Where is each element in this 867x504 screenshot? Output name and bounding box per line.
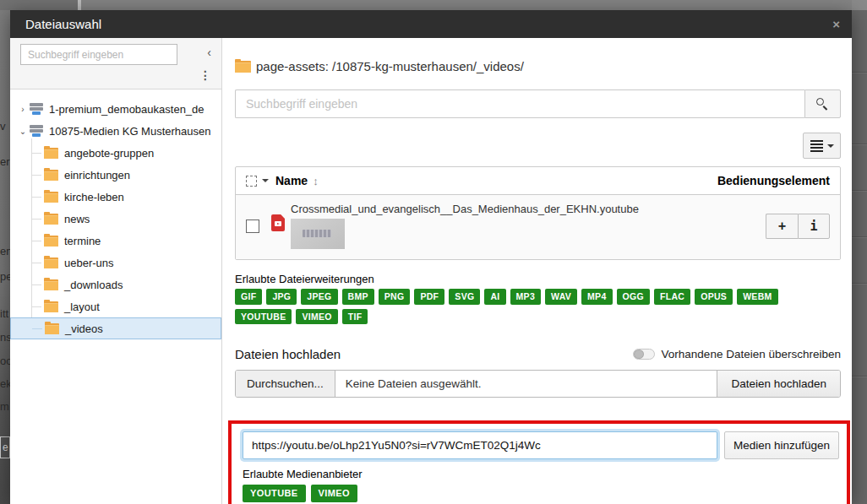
select-all-checkbox[interactable]	[246, 176, 257, 187]
background-text-fragment: m	[0, 400, 9, 413]
extension-badge: PDF	[414, 289, 444, 305]
folder-label: _downloads	[64, 279, 123, 291]
extension-badge: VIMEO	[296, 309, 337, 325]
file-upload-group: Durchsuchen... Keine Dateien ausgewählt.…	[235, 370, 841, 398]
folder-icon	[44, 192, 58, 203]
upload-section-heading: Dateien hochladen	[235, 347, 341, 361]
dialog-header: Dateiauswahl ×	[10, 10, 852, 38]
sidebar-folder-einrichtungen[interactable]: einrichtungen	[10, 164, 221, 186]
sidebar-folder-angebote-gruppen[interactable]: angebote-gruppen	[10, 142, 221, 164]
background-text-fragment: v	[0, 120, 6, 133]
file-name[interactable]: Crossmedial_und_evangelisch__Das_Medienh…	[291, 203, 639, 215]
chevron-right-icon[interactable]: ›	[17, 105, 29, 114]
breadcrumb: page-assets: /10875-kg-musterhausen/_vid…	[235, 59, 841, 73]
extension-badge: TIF	[342, 309, 368, 325]
sidebar-root-medien-kg-musterhausen[interactable]: ⌄ 10875-Medien KG Musterhausen	[10, 120, 221, 142]
file-selection-dialog: Dateiauswahl × ‹ ⋮ › 1-premium_demobauka…	[10, 10, 852, 504]
folder-label: news	[64, 213, 90, 225]
collapse-sidebar-icon[interactable]: ‹	[207, 46, 211, 58]
extension-badge: OPUS	[695, 289, 733, 305]
file-browser-main: page-assets: /10875-kg-musterhausen/_vid…	[222, 38, 852, 504]
folder-icon	[44, 301, 58, 312]
search-icon	[816, 98, 829, 111]
storage-icon	[29, 103, 44, 115]
list-view-icon	[810, 140, 823, 152]
extension-badge: FLAC	[654, 289, 690, 305]
background-left-strip: v er en per itt ns oo ek m e	[0, 10, 10, 504]
selection-dropdown-icon[interactable]	[262, 179, 269, 182]
sidebar-folder-news[interactable]: news	[10, 208, 221, 230]
extension-badge: OGG	[617, 289, 650, 305]
close-icon[interactable]: ×	[832, 18, 840, 30]
tree-search-input[interactable]	[20, 44, 177, 65]
background-top-strip	[0, 0, 867, 10]
annotation-highlight-box: Medien hinzufügen Erlaubte Medienanbiete…	[228, 420, 850, 504]
chevron-down-icon[interactable]: ⌄	[17, 127, 29, 136]
tree-menu-icon[interactable]: ⋮	[199, 68, 211, 82]
folder-icon	[44, 236, 58, 247]
sidebar-folder-ueber-uns[interactable]: ueber-uns	[10, 252, 221, 274]
sidebar-folder-videos-selected[interactable]: _videos	[10, 317, 221, 339]
file-info-button[interactable]: i	[798, 214, 830, 239]
current-path-label: page-assets: /10875-kg-musterhausen/_vid…	[256, 59, 524, 73]
extension-badge: JPG	[266, 289, 297, 305]
allowed-media-providers-list: YOUTUBE VIMEO	[243, 485, 839, 502]
search-button[interactable]	[804, 89, 841, 118]
extension-badge: JPEG	[301, 289, 337, 305]
extension-badge: WAV	[545, 289, 577, 305]
extension-badge: SVG	[449, 289, 480, 305]
folder-label: kirche-leben	[64, 191, 124, 203]
folder-icon	[44, 257, 58, 268]
background-text-fragment: ek	[0, 377, 10, 390]
sidebar-folder-termine[interactable]: termine	[10, 230, 221, 252]
provider-badge-youtube: YOUTUBE	[243, 485, 306, 502]
sidebar-folder-layout[interactable]: _layout	[10, 295, 221, 317]
row-checkbox[interactable]	[246, 219, 259, 233]
folder-label: _videos	[65, 322, 103, 335]
provider-badge-vimeo: VIMEO	[311, 485, 357, 502]
file-search-input[interactable]	[235, 89, 804, 118]
background-text-fragment: e	[0, 436, 10, 458]
sort-icon[interactable]: ↕	[313, 175, 319, 187]
background-text-fragment: er	[0, 155, 10, 168]
storage-icon	[29, 125, 44, 137]
folder-icon	[235, 61, 249, 73]
column-header-name[interactable]: Name	[275, 174, 308, 187]
browse-files-button[interactable]: Durchsuchen...	[236, 371, 335, 397]
sidebar-folder-downloads[interactable]: _downloads	[10, 274, 221, 295]
view-mode-dropdown-button[interactable]	[803, 133, 841, 159]
background-right-strip	[852, 0, 867, 504]
dialog-title: Dateiauswahl	[25, 17, 101, 31]
background-text-fragment: per	[0, 270, 10, 283]
add-file-button[interactable]: +	[766, 214, 798, 239]
extension-badge: YOUTUBE	[235, 309, 292, 325]
background-text-fragment: en	[0, 245, 10, 257]
folder-label: ueber-uns	[64, 257, 114, 269]
upload-files-button[interactable]: Dateien hochladen	[717, 371, 840, 397]
folder-label: termine	[64, 235, 101, 247]
folder-label: angebote-gruppen	[64, 147, 154, 160]
allowed-media-providers-label: Erlaubte Medienanbieter	[243, 468, 839, 480]
sidebar-root-premium-demobaukasten[interactable]: › 1-premium_demobaukasten_de	[10, 98, 221, 120]
table-row[interactable]: Crossmedial_und_evangelisch__Das_Medienh…	[236, 195, 840, 259]
background-text-fragment: itt	[0, 307, 8, 320]
allowed-extensions-list: GIF JPG JPEG BMP PNG PDF SVG AI MP3 WAV …	[235, 289, 826, 324]
extension-badge: AI	[484, 289, 505, 305]
add-media-button[interactable]: Medien hinzufügen	[724, 431, 839, 459]
folder-icon	[45, 323, 59, 334]
background-text-fragment: ns	[0, 331, 10, 344]
tree-root-label: 1-premium_demobaukasten_de	[49, 103, 204, 116]
folder-icon	[44, 148, 58, 159]
folder-icon	[44, 170, 58, 181]
folder-icon	[44, 279, 58, 290]
tree-root-label: 10875-Medien KG Musterhausen	[49, 125, 211, 138]
media-url-input[interactable]	[243, 431, 717, 459]
extension-badge: GIF	[235, 289, 262, 305]
file-thumbnail[interactable]	[291, 219, 345, 249]
file-table: Name ↕ Bedienungselement Crossmedial_und…	[235, 166, 841, 260]
folder-icon	[44, 214, 58, 225]
table-header-row: Name ↕ Bedienungselement	[236, 167, 840, 195]
caret-down-icon	[827, 144, 834, 148]
sidebar-folder-kirche-leben[interactable]: kirche-leben	[10, 186, 221, 208]
overwrite-toggle[interactable]	[633, 349, 655, 360]
